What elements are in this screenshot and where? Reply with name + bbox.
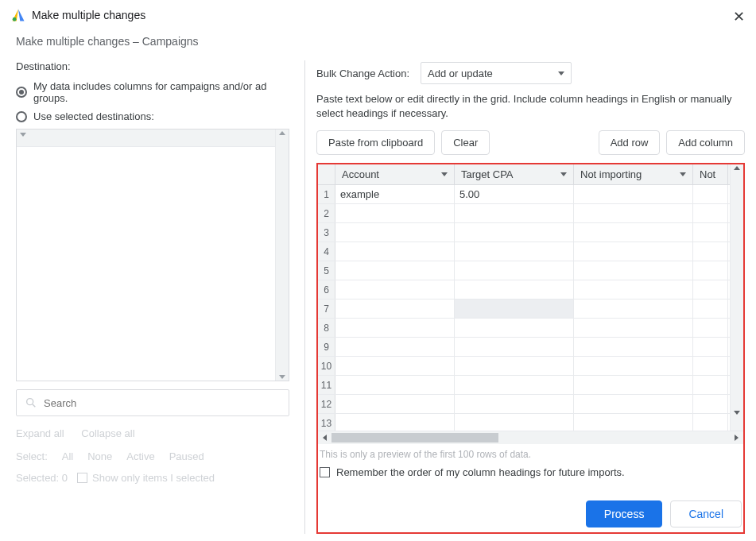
grid-cell[interactable] <box>574 280 693 299</box>
scroll-up-icon[interactable] <box>279 131 285 135</box>
grid-cell[interactable] <box>574 299 693 318</box>
grid-cell[interactable] <box>455 204 574 222</box>
scroll-left-icon[interactable] <box>318 435 331 441</box>
grid-row[interactable]: 6 <box>318 280 743 299</box>
grid-row[interactable]: 12 <box>318 395 743 414</box>
grid-cell[interactable] <box>455 261 574 280</box>
grid-cell[interactable] <box>455 376 574 394</box>
show-only-checkbox[interactable] <box>77 473 87 483</box>
grid-cell[interactable] <box>335 414 455 432</box>
grid-cell[interactable] <box>335 223 455 242</box>
grid-cell[interactable] <box>574 261 693 280</box>
grid-cell[interactable] <box>455 299 574 318</box>
grid-row[interactable]: 11 <box>318 376 743 395</box>
grid-cell[interactable] <box>574 357 693 375</box>
grid-cell[interactable] <box>693 319 728 337</box>
grid-cell[interactable] <box>455 280 574 299</box>
scroll-track[interactable] <box>331 431 730 444</box>
grid-cell[interactable] <box>335 357 455 375</box>
grid-cell[interactable] <box>335 319 455 337</box>
grid-cell[interactable] <box>574 395 693 413</box>
grid-cell[interactable] <box>574 242 693 261</box>
grid-cell[interactable] <box>335 376 455 394</box>
select-none[interactable]: None <box>87 450 112 462</box>
grid-cell[interactable] <box>455 242 574 261</box>
grid-cell[interactable] <box>335 338 455 356</box>
scroll-up-icon[interactable] <box>734 166 740 170</box>
grid-cell[interactable] <box>693 223 728 242</box>
data-grid[interactable]: Account Target CPA Not importing Not 1ex… <box>318 164 743 444</box>
column-header-dropdown[interactable]: Target CPA <box>455 164 574 184</box>
search-box[interactable] <box>16 389 289 416</box>
grid-row[interactable]: 4 <box>318 242 743 261</box>
grid-cell[interactable] <box>455 414 574 432</box>
grid-cell[interactable] <box>693 185 728 203</box>
grid-cell[interactable] <box>693 414 728 432</box>
grid-cell[interactable]: example <box>335 185 455 203</box>
grid-cell[interactable] <box>693 261 728 280</box>
grid-cell[interactable] <box>574 319 693 337</box>
tree-scrollbar[interactable] <box>275 129 289 381</box>
grid-cell[interactable] <box>574 376 693 394</box>
bulk-change-action-dropdown[interactable]: Add or update <box>421 62 572 84</box>
grid-cell[interactable] <box>693 357 728 375</box>
scroll-down-icon[interactable] <box>734 411 740 415</box>
grid-cell[interactable] <box>455 357 574 375</box>
grid-cell[interactable] <box>693 299 728 318</box>
grid-cell[interactable] <box>574 223 693 242</box>
grid-vertical-scrollbar[interactable] <box>730 164 743 431</box>
scroll-right-icon[interactable] <box>730 435 743 441</box>
grid-cell[interactable] <box>693 280 728 299</box>
search-input[interactable] <box>44 397 281 409</box>
cancel-button[interactable]: Cancel <box>670 500 742 527</box>
radio-includes-columns[interactable]: My data includes columns for campaigns a… <box>16 80 289 104</box>
grid-cell[interactable] <box>574 338 693 356</box>
grid-cell[interactable] <box>335 204 455 222</box>
destination-tree[interactable] <box>16 129 289 381</box>
radio-selected-destinations[interactable]: Use selected destinations: <box>16 110 289 122</box>
grid-cell[interactable] <box>335 280 455 299</box>
grid-cell[interactable] <box>335 299 455 318</box>
grid-cell[interactable] <box>693 395 728 413</box>
column-header-dropdown[interactable]: Account <box>335 164 455 184</box>
grid-cell[interactable] <box>335 261 455 280</box>
scroll-thumb[interactable] <box>331 433 498 442</box>
grid-row[interactable]: 10 <box>318 357 743 376</box>
grid-row[interactable]: 7 <box>318 299 743 319</box>
add-column-button[interactable]: Add column <box>666 130 745 155</box>
grid-cell[interactable] <box>693 338 728 356</box>
column-header-dropdown[interactable]: Not importing <box>574 164 693 184</box>
collapse-all-link[interactable]: Collapse all <box>81 427 134 439</box>
grid-cell[interactable] <box>455 223 574 242</box>
process-button[interactable]: Process <box>586 500 663 527</box>
grid-row[interactable]: 2 <box>318 204 743 223</box>
grid-cell[interactable] <box>455 338 574 356</box>
column-header-dropdown[interactable]: Not <box>693 164 728 184</box>
grid-cell[interactable] <box>455 395 574 413</box>
grid-row[interactable]: 8 <box>318 319 743 338</box>
grid-cell[interactable] <box>574 414 693 432</box>
grid-cell[interactable] <box>693 204 728 222</box>
close-icon[interactable]: ✕ <box>733 8 745 25</box>
grid-row[interactable]: 5 <box>318 261 743 280</box>
grid-cell[interactable] <box>574 204 693 222</box>
select-paused[interactable]: Paused <box>169 450 204 462</box>
grid-cell[interactable]: 5.00 <box>455 185 574 203</box>
grid-cell[interactable] <box>693 376 728 394</box>
grid-horizontal-scrollbar[interactable] <box>318 431 743 444</box>
grid-row[interactable]: 3 <box>318 223 743 242</box>
scroll-down-icon[interactable] <box>279 375 285 379</box>
grid-cell[interactable] <box>574 185 693 203</box>
grid-cell[interactable] <box>335 242 455 261</box>
remember-checkbox[interactable] <box>320 467 330 477</box>
grid-row[interactable]: 1example5.00 <box>318 185 743 204</box>
grid-cell[interactable] <box>693 242 728 261</box>
grid-cell[interactable] <box>335 395 455 413</box>
select-active[interactable]: Active <box>126 450 154 462</box>
expand-all-link[interactable]: Expand all <box>16 427 64 439</box>
clear-button[interactable]: Clear <box>441 130 490 155</box>
grid-row[interactable]: 9 <box>318 338 743 357</box>
select-all[interactable]: All <box>62 450 73 462</box>
paste-from-clipboard-button[interactable]: Paste from clipboard <box>316 130 435 155</box>
add-row-button[interactable]: Add row <box>599 130 661 155</box>
